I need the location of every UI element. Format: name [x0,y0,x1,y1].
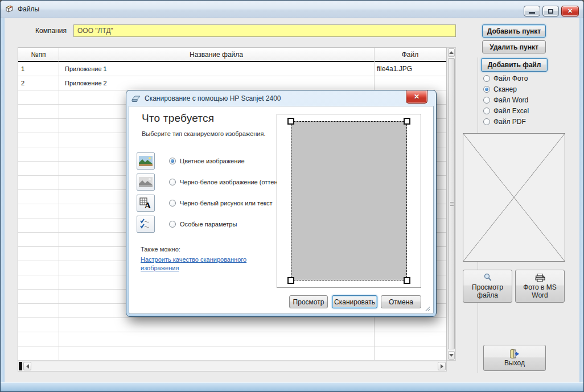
also-label: Также можно: [141,246,180,253]
printer-icon [535,274,545,282]
preview-button[interactable]: Просмотр [289,295,328,308]
crossed-lines-icon [463,134,565,261]
delete-item-button[interactable]: Удалить пункт [482,40,546,53]
column-header-file: Файл [374,48,446,61]
scan-type-option-color[interactable]: Цветное изображение [137,152,245,170]
scroll-left-button[interactable] [23,362,31,370]
radio-icon [483,108,490,114]
scroll-down-button[interactable] [448,351,455,360]
window-titlebar[interactable]: Файлы ✕ [1,1,583,18]
radio-label: Файл Word [493,96,528,104]
cancel-button[interactable]: Отмена [381,295,421,308]
selection-handle[interactable] [404,118,410,125]
column-divider [59,48,59,360]
app-window: Файлы ✕ Компания №пп Название файла Файл… [0,0,584,392]
scan-selection-area[interactable] [291,121,407,280]
scan-type-option-custom[interactable]: Особые параметры [137,216,237,233]
vertical-scrollbar-thumb[interactable] [448,58,455,349]
column-header-num: №пп [18,48,59,61]
exit-door-icon [509,349,520,358]
table-row[interactable] [18,346,446,361]
image-preview-placeholder [463,133,565,262]
filetype-radio-excel[interactable]: Файл Excel [483,107,529,115]
view-file-label: Просмотр файла [468,283,508,299]
close-button[interactable]: ✕ [561,6,579,16]
custom-settings-icon[interactable] [137,216,155,233]
option-label: Особые параметры [180,221,237,228]
row-file: file4a1.JPG [377,62,412,76]
table-header: №пп Название файла Файл [18,48,446,62]
maximize-button[interactable] [542,6,559,16]
radio-label: Файл PDF [493,118,526,126]
radio-icon [483,118,490,125]
radio-icon [483,75,490,82]
row-filename: Приложение 2 [65,76,107,90]
dialog-titlebar[interactable]: Сканирование с помощью HP Scanjet 2400 ✕ [126,90,436,106]
radio-icon [483,97,490,104]
row-number: 2 [21,76,24,90]
dialog-title: Сканирование с помощью HP Scanjet 2400 [145,94,281,102]
dialog-subheading: Выберите тип сканируемого изображения. [142,130,266,137]
dialog-close-button[interactable]: ✕ [406,90,427,104]
vertical-scrollbar[interactable] [447,47,456,361]
dialog-body: Что требуется Выберите тип сканируемого … [129,106,434,314]
files-icon [5,5,14,14]
horizontal-scrollbar-thumb[interactable] [19,362,22,370]
window-title: Файлы [18,5,39,13]
radio-label: Сканер [493,85,517,93]
company-label: Компания [35,27,67,35]
resize-grip-icon[interactable] [425,307,430,311]
table-row[interactable] [18,332,446,346]
selection-handle[interactable] [287,118,294,125]
color-photo-icon[interactable] [137,152,155,170]
selection-handle[interactable] [404,277,410,284]
option-label: Цветное изображение [180,158,245,164]
table-row[interactable] [18,318,446,332]
scan-dialog: Сканирование с помощью HP Scanjet 2400 ✕… [126,90,437,317]
close-icon: ✕ [567,7,573,15]
window-border-right [579,18,583,382]
option-label: Черно-белый рисунок или текст [180,200,272,207]
add-file-button[interactable]: Добавить файл [481,58,548,72]
table-row[interactable]: 2 Приложение 2 [18,76,446,90]
exit-label: Выход [504,359,525,367]
scroll-right-button[interactable] [438,362,446,370]
radio-label: Файл Excel [493,107,529,115]
option-label: Черно-белое изображение (оттенки [180,179,283,185]
scan-preview-pane [277,114,421,288]
photo-to-word-button[interactable]: Фото в MS Word [515,270,565,303]
grayscale-photo-icon[interactable] [137,174,155,191]
thumb-grip-icon [450,204,454,204]
company-input[interactable] [73,24,456,37]
filetype-radio-photo[interactable]: Файл Фото [483,75,528,82]
scanner-icon [131,95,141,102]
column-header-filename: Название файла [59,48,374,61]
filetype-radio-pdf[interactable]: Файл PDF [483,118,526,126]
photo-to-word-label: Фото в MS Word [520,283,560,299]
filetype-radio-word[interactable]: Файл Word [483,96,528,104]
add-item-button[interactable]: Добавить пункт [482,24,546,38]
dialog-heading: Что требуется [142,112,214,125]
scan-type-option-grayscale[interactable]: Черно-белое изображение (оттенки [137,174,283,191]
arrow-right-icon [441,364,443,369]
row-filename: Приложение 1 [65,62,107,76]
radio-icon [483,86,490,93]
arrow-down-icon [449,354,454,357]
scan-type-option-bw-text[interactable]: A Черно-белый рисунок или текст [137,195,272,212]
table-row[interactable]: 1 Приложение 1 file4a1.JPG [18,62,446,76]
exit-button[interactable]: Выход [483,345,546,371]
bw-drawing-text-icon[interactable]: A [137,195,155,212]
selection-handle[interactable] [287,277,294,284]
magnifier-icon [483,273,492,282]
arrow-up-icon [449,51,454,54]
scroll-up-button[interactable] [448,48,455,57]
view-file-button[interactable]: Просмотр файла [463,270,512,303]
scan-button[interactable]: Сканировать [332,295,377,308]
horizontal-scrollbar[interactable] [18,361,447,372]
minimize-button[interactable] [524,6,540,16]
adjust-quality-link[interactable]: Настроить качество сканированного изобра… [141,255,272,273]
row-number: 1 [21,62,24,76]
svg-text:A: A [145,201,151,209]
close-icon: ✕ [414,93,420,101]
filetype-radio-scanner[interactable]: Сканер [483,85,517,93]
